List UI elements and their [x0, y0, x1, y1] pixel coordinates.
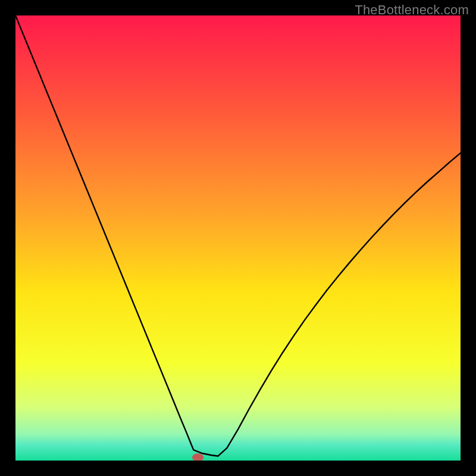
plot-area	[15, 15, 461, 461]
bottleneck-chart	[15, 15, 461, 461]
gradient-background	[15, 15, 461, 461]
chart-frame: TheBottleneck.com	[0, 0, 476, 476]
